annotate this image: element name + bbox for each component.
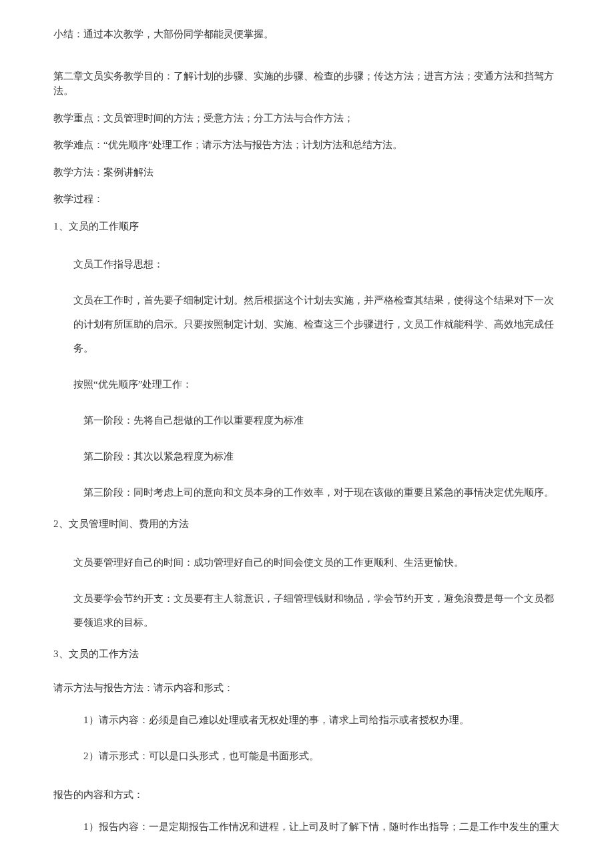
chapter2-difficulties: 教学难点：“优先顺序”处理工作；请示方法与报告方法；计划方法和总结方法。 — [53, 137, 561, 153]
time-mgmt: 文员要管理好自己的时间：成功管理好自己的时间会使文员的工作更顺利、生活更愉快。 — [53, 550, 561, 574]
document-page: 小结：通过本次教学，大部份同学都能灵便掌握。 第二章文员实务教学目的：了解计划的… — [0, 0, 614, 868]
chapter2-process: 教学过程： — [53, 191, 561, 207]
stage2: 第二阶段：其次以紧急程度为标准 — [53, 444, 561, 468]
summary-text: 小结：通过本次教学，大部份同学都能灵便掌握。 — [53, 27, 561, 42]
spacer — [53, 246, 561, 252]
qingshi-title: 请示方法与报告方法：请示内容和形式： — [53, 680, 561, 696]
section2-title: 2、文员管理时间、费用的方法 — [53, 516, 561, 532]
cost-mgmt: 文员要学会节约开支：文员要有主人翁意识，子细管理钱财和物品，学会节约开支，避免浪… — [53, 586, 561, 634]
qingshi-item-1: 1）请示内容：必须是自己难以处理或者无权处理的事，请求上司给指示或者授权办理。 — [53, 708, 561, 732]
section3-title: 3、文员的工作方法 — [53, 646, 561, 662]
guiding-body: 文员在工作时，首先要子细制定计划。然后根据这个计划去实施，并严格检查其结果，使得… — [53, 288, 561, 360]
chapter2-purpose: 第二章文员实务教学目的：了解计划的步骤、实施的步骤、检查的步骤；传达方法；进言方… — [53, 69, 561, 99]
stage1: 第一阶段：先将自己想做的工作以重要程度为标准 — [53, 408, 561, 432]
spacer — [53, 780, 561, 787]
chapter2-method: 教学方法：案例讲解法 — [53, 165, 561, 180]
guiding-title: 文员工作指导思想： — [53, 252, 561, 276]
baogao-title: 报告的内容和方式： — [53, 787, 561, 803]
spacer — [53, 673, 561, 680]
priority-title: 按照“优先顺序”处理工作： — [53, 372, 561, 396]
chapter2-keypoints: 教学重点：文员管理时间的方法；受意方法；分工方法与合作方法； — [53, 111, 561, 126]
spacer — [53, 544, 561, 550]
baogao-item-1: 1）报告内容：一是定期报告工作情况和进程，让上司及时了解下情，随时作出指导；二是… — [53, 815, 561, 839]
section1-title: 1、文员的工作顺序 — [53, 219, 561, 234]
stage3: 第三阶段：同时考虑上司的意向和文员本身的工作效率，对于现在该做的重要且紧急的事情… — [53, 480, 561, 504]
spacer — [53, 54, 561, 69]
qingshi-item-2: 2）请示形式：可以是口头形式，也可能是书面形式。 — [53, 744, 561, 768]
